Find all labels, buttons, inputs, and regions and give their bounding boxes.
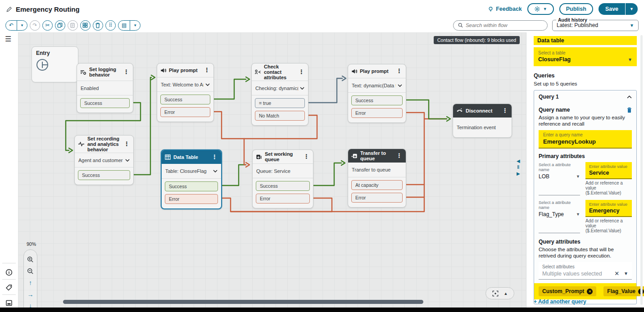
collapse-right-icon[interactable]: ▶: [517, 171, 520, 176]
kebab-menu-icon[interactable]: ⋮: [396, 68, 403, 74]
port-error[interactable]: Error: [351, 108, 403, 118]
delete-button[interactable]: [93, 20, 103, 31]
notes-button[interactable]: ▤▼: [118, 20, 141, 31]
add-another-query-link[interactable]: + Add another query: [534, 298, 586, 305]
fit-to-screen-icon[interactable]: [492, 290, 499, 297]
port-success[interactable]: Success: [80, 98, 130, 108]
chevron-down-icon[interactable]: [213, 170, 218, 172]
chevron-down-icon[interactable]: [205, 83, 210, 86]
block-title: Set working queue: [265, 151, 300, 162]
kebab-menu-icon[interactable]: ⋮: [396, 153, 403, 158]
select-attributes-dropdown[interactable]: Select attributes Multiple values select…: [539, 262, 632, 280]
port-success[interactable]: Success: [351, 95, 403, 105]
table-select[interactable]: Select a table ClosureFlag ▼: [534, 47, 637, 66]
tags-icon[interactable]: [5, 284, 13, 292]
chevron-down-icon[interactable]: ▼: [17, 21, 27, 30]
chevron-up-icon[interactable]: [627, 95, 632, 99]
info-icon[interactable]: [5, 268, 13, 276]
audit-history-label: Audit history: [556, 17, 589, 23]
port-success[interactable]: Success: [78, 170, 130, 180]
kebab-menu-icon[interactable]: ⋮: [123, 69, 130, 75]
cut-button[interactable]: ✂: [42, 20, 53, 31]
undo-button[interactable]: ↶▼: [5, 20, 27, 31]
zoom-in-icon[interactable]: [27, 256, 34, 263]
port-error[interactable]: Error: [256, 194, 310, 203]
attribute-name-select[interactable]: Select a attribute nameFlag_Type▼: [539, 200, 580, 233]
collapse-left-icon[interactable]: ◀: [517, 158, 520, 163]
chevron-down-icon[interactable]: [125, 159, 130, 162]
delete-query-icon[interactable]: [627, 107, 632, 113]
queries-subtext: Set up to 5 queries: [534, 81, 637, 86]
block-data-table[interactable]: Data Table⋮Table: ClosureFlagSuccessErro…: [161, 149, 222, 209]
attribute-name-select[interactable]: Select a attribute nameLOB▼: [539, 162, 580, 195]
paste-button[interactable]: [68, 20, 78, 31]
port-error[interactable]: Error: [160, 107, 210, 117]
settings-button[interactable]: ▼: [527, 3, 554, 15]
menu-icon[interactable]: ☰: [5, 36, 11, 43]
kebab-menu-icon[interactable]: ⋮: [211, 154, 218, 160]
chevron-down-icon[interactable]: ▼: [624, 271, 628, 276]
zoom-out-icon[interactable]: [27, 268, 34, 275]
port-error[interactable]: Error: [165, 194, 218, 204]
attribute-chip[interactable]: Custom_Prompt✕: [539, 286, 596, 296]
pan-right-icon[interactable]: →: [27, 291, 34, 298]
block-transfer-to-queue[interactable]: Transfer to queue⋮Transfer to queueAt ca…: [348, 149, 406, 208]
save-options-caret[interactable]: ▼: [626, 3, 638, 15]
port-at-capacity[interactable]: At capacity: [351, 180, 403, 190]
collapse-up-icon[interactable]: ▲: [504, 291, 508, 296]
chevron-down-icon[interactable]: [398, 84, 402, 87]
port-success[interactable]: Success: [160, 95, 210, 104]
clear-selection-icon[interactable]: ✕: [614, 270, 619, 277]
attribute-chip[interactable]: Flag_Value✕: [603, 286, 644, 296]
chevron-down-icon[interactable]: ▼: [130, 21, 140, 30]
publish-button[interactable]: Publish: [559, 3, 593, 15]
search-input[interactable]: [466, 23, 543, 28]
edit-title-icon[interactable]: [6, 6, 12, 12]
flow-canvas[interactable]: Contact flow (inbound): 9 blocks used En…: [18, 32, 526, 307]
notes-icon[interactable]: ▤: [118, 21, 130, 30]
panel-scrollbar[interactable]: [640, 35, 643, 305]
entry-block[interactable]: Entry: [32, 46, 78, 82]
kebab-menu-icon[interactable]: ⋮: [298, 69, 305, 75]
port-success[interactable]: Success: [165, 181, 218, 191]
query-name-heading: Query name: [539, 107, 570, 113]
chevron-down-icon[interactable]: [300, 87, 304, 90]
save-button[interactable]: Save: [599, 3, 626, 15]
copy-button[interactable]: [55, 20, 65, 31]
kebab-menu-icon[interactable]: ⋮: [123, 141, 130, 147]
attribute-value-input[interactable]: Enter attribute valueService: [585, 162, 632, 179]
block-disconnect[interactable]: Disconnect⋮Termination event: [453, 104, 512, 138]
attribute-value-input[interactable]: Enter attribute valueEmergency: [585, 200, 632, 217]
canvas-horizontal-scrollbar[interactable]: [63, 300, 423, 304]
port--true[interactable]: = true: [255, 98, 305, 108]
splitter-handle-icon[interactable]: ‖: [517, 165, 519, 170]
block-set-logging-behavior[interactable]: Set logging behavior⋮EnabledSuccess: [77, 63, 133, 113]
port-error[interactable]: Error: [351, 193, 403, 203]
query-name-input[interactable]: Enter a query name EmergencyLookup: [539, 130, 632, 149]
port-no-match[interactable]: No Match: [255, 111, 305, 121]
block-play-prompt-1[interactable]: Play prompt⋮Text: Welcome to Any C...Suc…: [157, 63, 214, 122]
remove-chip-icon[interactable]: ✕: [587, 289, 593, 294]
audit-history-dropdown[interactable]: Audit history Latest: Published ▼: [552, 20, 639, 31]
block-body: Agent and customer voic...: [75, 153, 133, 167]
drag-handle-button[interactable]: ⠿: [105, 20, 116, 31]
redo-button[interactable]: ↷: [30, 20, 40, 31]
block-check-contact-attributes[interactable]: Check contact attributes⋮Checking: dynam…: [251, 63, 308, 126]
block-header: Set working queue⋮: [253, 150, 313, 163]
query-1-expander[interactable]: Query 1: [534, 90, 636, 103]
pan-down-icon[interactable]: ↓: [29, 303, 32, 307]
feedback-button[interactable]: Feedback: [488, 6, 522, 12]
kebab-menu-icon[interactable]: ⋮: [303, 154, 310, 159]
pan-up-icon[interactable]: ↑: [29, 280, 32, 286]
audit-history-value: Latest: Published: [557, 22, 598, 28]
kebab-menu-icon[interactable]: ⋮: [204, 68, 210, 73]
block-set-working-queue[interactable]: Set working queue⋮Queue: ServiceSuccessE…: [252, 149, 313, 208]
block-play-prompt-2[interactable]: Play prompt⋮Text: dynamic(Data table...S…: [348, 64, 406, 123]
bottom-panel-icon[interactable]: [5, 299, 13, 307]
flow-search[interactable]: [453, 20, 548, 31]
port-success[interactable]: Success: [256, 181, 310, 191]
block-set-recording-behavior[interactable]: Set recording and analytics behavior⋮Age…: [74, 135, 134, 185]
arrange-button[interactable]: [80, 20, 91, 31]
undo-icon[interactable]: ↶: [6, 21, 17, 30]
kebab-menu-icon[interactable]: ⋮: [502, 108, 508, 113]
